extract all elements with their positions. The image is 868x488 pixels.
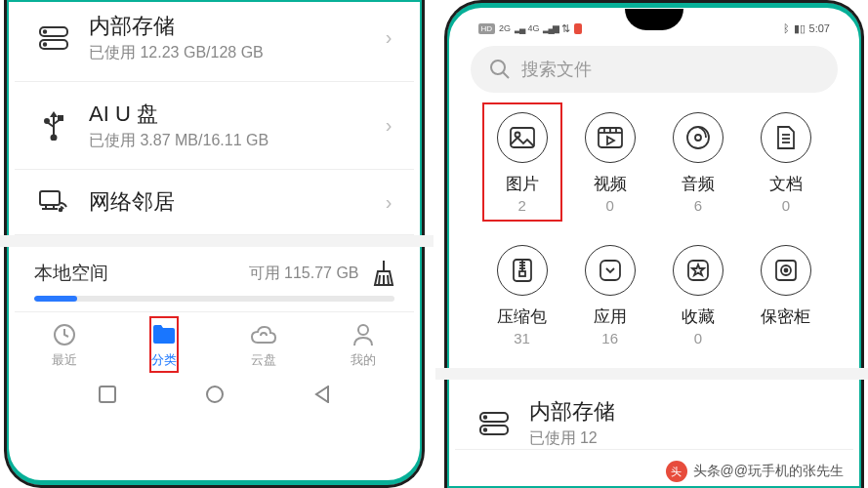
tab-recent[interactable]: 最近 (15, 322, 114, 369)
row-internal-storage[interactable]: 内部存储 已使用 12 (455, 380, 854, 450)
category-favorites[interactable]: 收藏 0 (654, 239, 742, 350)
storage-progress (34, 296, 394, 302)
chevron-right-icon: › (386, 26, 393, 49)
tab-cloud[interactable]: 云盘 (214, 322, 313, 369)
svg-line-23 (503, 72, 509, 78)
category-safe[interactable]: 保密柜 (742, 239, 830, 350)
video-icon (585, 112, 636, 163)
audio-icon (673, 112, 723, 163)
hd-badge: HD (478, 23, 496, 34)
svg-point-47 (784, 269, 787, 272)
svg-marker-31 (607, 137, 614, 144)
category-docs[interactable]: 文档 0 (742, 106, 830, 218)
svg-point-7 (45, 119, 49, 123)
svg-point-51 (483, 428, 485, 430)
nav-home-icon[interactable] (205, 385, 225, 404)
chevron-right-icon: › (386, 191, 393, 214)
svg-point-50 (483, 416, 485, 418)
highlight-box (482, 102, 562, 222)
app-icon (585, 245, 636, 296)
chevron-right-icon: › (386, 114, 393, 137)
phone-left: 内部存储 已使用 12.23 GB/128 GB › AI U 盘 已使用 3.… (4, 0, 425, 488)
nav-back-icon[interactable] (314, 386, 330, 403)
svg-rect-8 (59, 116, 62, 120)
svg-rect-20 (100, 386, 115, 402)
svg-point-5 (52, 135, 57, 140)
bottom-tabbar: 最近 分类 云盘 我的 (15, 311, 414, 375)
category-grid: 图片 2 视频 0 音频 6 文档 0 压缩包 31 (455, 106, 854, 350)
battery-icon: ▮▯ (794, 22, 806, 35)
screen-left: 内部存储 已使用 12.23 GB/128 GB › AI U 盘 已使用 3.… (7, 0, 422, 485)
document-icon (761, 112, 811, 163)
section-divider (0, 235, 434, 247)
row-sub: 已使用 12.23 GB/128 GB (89, 43, 368, 63)
svg-marker-6 (50, 111, 58, 117)
category-audio[interactable]: 音频 6 (654, 106, 742, 218)
archive-icon (497, 245, 548, 296)
svg-point-33 (695, 135, 701, 141)
watermark-logo-icon: 头 (666, 461, 687, 482)
svg-point-21 (207, 386, 223, 402)
watermark-text: 头条@@玩手机的张先生 (693, 463, 844, 480)
category-images[interactable]: 图片 2 (478, 106, 566, 218)
notification-badge (574, 23, 582, 34)
row-sub: 已使用 12 (529, 428, 833, 449)
person-icon (313, 322, 413, 347)
svg-rect-43 (600, 261, 620, 280)
row-network-neighborhood[interactable]: 网络邻居 › (15, 170, 414, 235)
row-sub: 已使用 3.87 MB/16.11 GB (89, 131, 368, 151)
cleanup-icon[interactable] (373, 261, 394, 286)
svg-point-2 (44, 30, 46, 32)
safe-icon (761, 245, 811, 296)
svg-line-17 (388, 275, 389, 285)
search-icon (490, 60, 510, 79)
local-space-title: 本地空间 (34, 261, 108, 286)
row-title: 内部存储 (529, 397, 833, 427)
category-archives[interactable]: 压缩包 31 (478, 239, 566, 350)
category-videos[interactable]: 视频 0 (566, 106, 654, 218)
clock-icon (15, 322, 114, 347)
svg-point-3 (44, 43, 46, 45)
row-title: 网络邻居 (89, 187, 368, 217)
phone-right: HD 2G▂▄ 4G▂▄▆ ⇅ ᛒ ▮▯ 5:07 搜索文件 图片 2 (444, 0, 865, 488)
row-title: AI U 盘 (89, 100, 368, 129)
android-nav-buttons (15, 375, 414, 420)
search-placeholder: 搜索文件 (521, 58, 592, 81)
watermark: 头 头条@@玩手机的张先生 (666, 461, 844, 482)
tab-me[interactable]: 我的 (313, 322, 413, 369)
bluetooth-icon: ᛒ (783, 22, 790, 34)
row-usb-drive[interactable]: AI U 盘 已使用 3.87 MB/16.11 GB › (15, 82, 414, 170)
favorite-icon (673, 245, 723, 296)
svg-point-19 (358, 325, 368, 335)
row-internal-storage[interactable]: 内部存储 已使用 12.23 GB/128 GB › (15, 0, 414, 82)
section-divider (435, 368, 869, 380)
svg-point-13 (60, 209, 62, 212)
svg-rect-9 (40, 191, 60, 205)
row-local-space[interactable]: 本地空间 可用 115.77 GB (15, 247, 414, 292)
status-network-icon: ⇅ (561, 22, 570, 35)
cloud-icon (214, 322, 313, 347)
screen-right: HD 2G▂▄ 4G▂▄▆ ⇅ ᛒ ▮▯ 5:07 搜索文件 图片 2 (447, 3, 862, 488)
network-icon (36, 190, 71, 214)
storage-progress-fill (34, 296, 77, 302)
row-title: 内部存储 (89, 12, 368, 41)
nav-recents-icon[interactable] (99, 386, 116, 403)
svg-point-22 (491, 61, 505, 74)
svg-rect-42 (519, 271, 525, 276)
category-apps[interactable]: 应用 16 (566, 239, 654, 350)
status-time: 5:07 (809, 22, 830, 34)
usb-icon (36, 111, 71, 141)
highlight-box (149, 316, 179, 373)
svg-line-15 (379, 275, 380, 285)
storage-icon (36, 26, 71, 50)
storage-icon (476, 412, 512, 435)
search-input[interactable]: 搜索文件 (471, 46, 839, 93)
tab-category[interactable]: 分类 (114, 322, 214, 369)
local-space-free: 可用 115.77 GB (249, 264, 359, 284)
